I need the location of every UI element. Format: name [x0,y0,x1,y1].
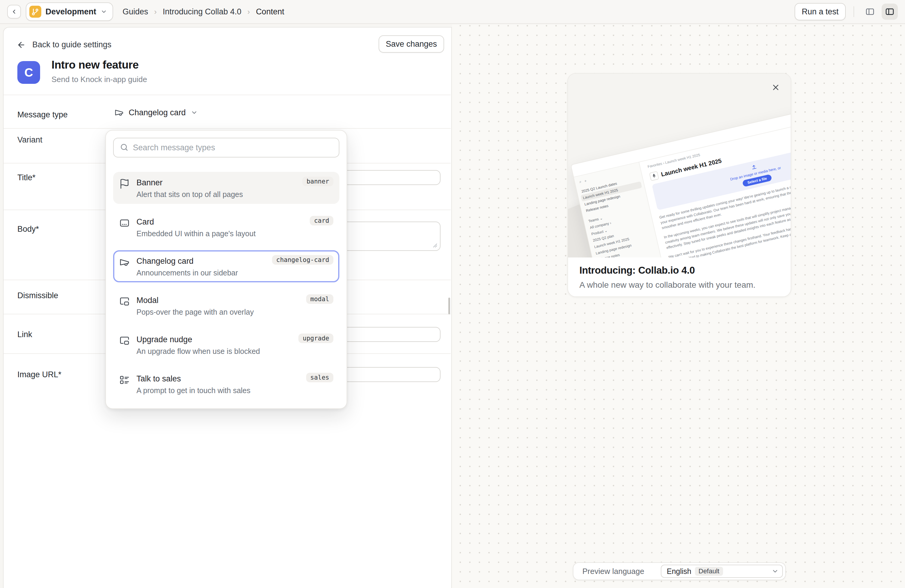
environment-switcher[interactable]: Development [26,2,113,21]
preview-language-select[interactable]: English Default [661,565,783,578]
option-desc: Pops-over the page with an overlay [137,307,254,317]
option-desc: An upgrade flow when use is blocked [137,346,260,356]
option-title: Upgrade nudge [137,335,192,344]
preview-panel: Share ⌕＋ 2025 Q2 Launch dates Launch wee… [452,25,905,588]
chevron-left-icon [11,8,17,15]
dismissible-label: Dismissible [17,291,58,300]
search-box [113,138,340,157]
panel-right-icon [885,7,894,16]
content-editor-panel: Back to guide settings Save changes C In… [3,27,452,588]
preview-image: Share ⌕＋ 2025 Q2 Launch dates Launch wee… [568,74,791,257]
option-title: Modal [137,296,159,305]
breadcrumb-guide-name[interactable]: Introducing Collab 4.0 [163,7,241,16]
option-title: Banner [137,178,162,187]
message-type-option-modal[interactable]: Modal Pops-over the page with an overlay… [113,289,340,321]
git-branch-icon [29,6,41,17]
guide-title: Intro new feature [51,59,138,71]
panel-left-icon [865,7,875,16]
option-badge: upgrade [298,334,333,343]
guide-avatar: C [17,61,40,84]
breadcrumb: Guides › Introducing Collab 4.0 › Conten… [123,7,284,16]
message-type-option-talk-to-sales[interactable]: Talk to sales A prompt to get in touch w… [113,368,340,400]
message-type-option-banner[interactable]: Banner Alert that sits on top of all pag… [113,172,340,204]
scrollbar-thumb[interactable] [448,297,450,315]
environment-label: Development [46,7,96,16]
option-badge: banner [302,176,333,186]
message-type-option-card[interactable]: Card Embedded UI within a page's layout … [113,211,340,243]
search-input[interactable] [133,138,334,157]
mock-add-icon: ＋ [583,178,588,184]
toggle-right-panel-button[interactable] [882,3,898,20]
megaphone-icon [114,108,124,118]
close-icon [771,83,780,92]
mock-search-icon: ⌕ [579,180,582,185]
resize-handle-icon[interactable] [433,243,438,248]
back-button[interactable] [7,5,21,19]
message-type-value: Changelog card [129,108,186,118]
flag-icon [119,178,130,199]
app: Development Guides › Introducing Collab … [0,0,905,588]
guide-subtitle: Send to Knock in-app guide [51,75,147,84]
title-label: Title* [17,173,36,182]
preview-language-bar: Preview language English Default [573,562,786,580]
preview-card-title: Introducing: Collab.io 4.0 [580,265,695,276]
link-label: Link [17,330,32,339]
breadcrumb-separator-icon: › [247,7,250,16]
mock-rocket-icon [649,171,659,181]
topbar-actions: Run a test [795,3,898,21]
message-type-option-changelog-card[interactable]: Changelog card Announcements in our side… [113,250,340,282]
topbar-divider [854,6,854,17]
option-title: Talk to sales [137,374,181,383]
message-type-option-upgrade-nudge[interactable]: Upgrade nudge An upgrade flow when use i… [113,329,340,361]
back-to-guide-settings-label: Back to guide settings [32,40,111,49]
preview-card: Share ⌕＋ 2025 Q2 Launch dates Launch wee… [567,73,791,297]
option-badge: card [310,216,333,226]
option-badge: sales [306,373,333,382]
chevron-down-icon [191,109,198,116]
option-desc: A prompt to get in touch with sales [137,386,251,395]
option-title: Card [137,217,154,226]
preview-card-subtitle: A whole new way to collaborate with your… [580,280,755,290]
option-title: Changelog card [137,257,194,265]
megaphone-icon [119,257,130,278]
preview-language-value: English [667,567,691,576]
mock-upload-icon [751,164,757,170]
preview-language-label: Preview language [583,567,644,576]
search-icon [120,143,129,152]
option-desc: Embedded UI within a page's layout [137,229,256,238]
save-changes-button[interactable]: Save changes [379,35,444,53]
preview-language-default-badge: Default [695,567,723,576]
divider [3,95,451,95]
chevron-down-icon [772,567,779,575]
run-test-button[interactable]: Run a test [795,3,846,21]
chevron-down-icon [100,8,107,15]
option-badge: changelog-card [272,255,333,265]
mock-screenshot: Share ⌕＋ 2025 Q2 Launch dates Launch wee… [570,84,791,257]
back-to-guide-settings[interactable]: Back to guide settings [17,40,111,49]
divider [3,128,451,129]
card-icon [119,218,130,238]
upgrade-icon [119,335,130,356]
option-desc: Alert that sits on top of all pages [137,189,243,199]
message-type-dropdown: Banner Alert that sits on top of all pag… [105,130,347,409]
form-rows-icon [119,375,130,395]
body-label: Body* [17,224,39,234]
variant-label: Variant [17,135,43,145]
message-type-label: Message type [17,110,68,119]
option-desc: Announcements in our sidebar [137,268,238,278]
image-url-label: Image URL* [17,370,61,379]
message-type-select[interactable]: Changelog card [114,108,198,118]
breadcrumb-separator-icon: › [154,7,157,16]
breadcrumb-content[interactable]: Content [256,7,284,16]
breadcrumb-guides[interactable]: Guides [123,7,148,16]
arrow-left-icon [17,40,26,49]
topbar: Development Guides › Introducing Collab … [0,0,905,24]
close-button[interactable] [769,81,782,94]
option-badge: modal [306,294,333,304]
modal-icon [119,296,130,317]
toggle-left-panel-button[interactable] [862,3,878,20]
